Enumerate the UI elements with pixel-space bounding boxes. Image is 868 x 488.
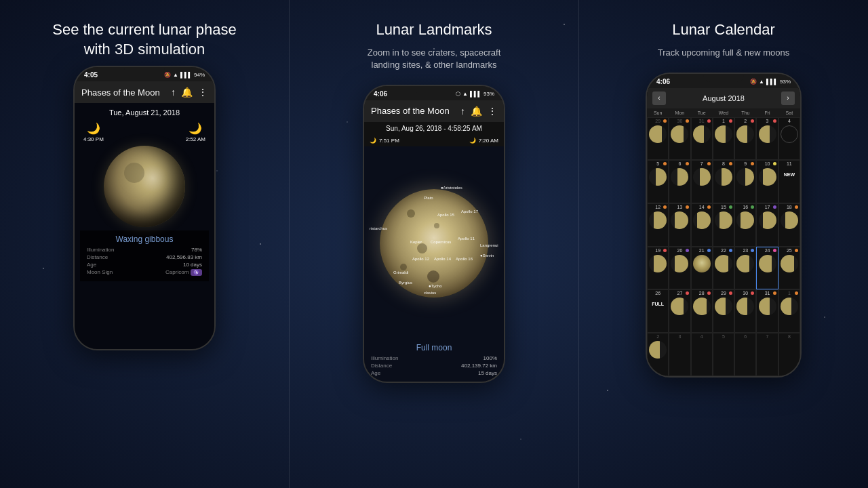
event-dot	[751, 205, 754, 209]
distance-row: Distance 402,596.83 km	[87, 254, 202, 260]
next-month-button[interactable]: ›	[781, 92, 795, 105]
calendar-cell[interactable]: 5	[647, 160, 669, 203]
phone-1: 4:05 🔕 ▲ ▌▌▌ 94% Phases of the Moon ↑ 🔔 …	[73, 66, 216, 350]
calendar-cell[interactable]: 6	[734, 333, 756, 376]
battery-1: 94%	[194, 72, 205, 78]
app-bar-2: Phases of the Moon ↑ 🔔 ⋮	[364, 100, 504, 122]
calendar-cell[interactable]: 11NEW	[778, 160, 800, 203]
rise-set-row-2: 🌙 7:51 PM 🌙 7:20 AM	[364, 135, 504, 146]
status-icons-1: 🔕 ▲ ▌▌▌ 94%	[164, 72, 205, 78]
moonset-icon-2: 🌙	[469, 138, 476, 144]
alarm-icon-2[interactable]: 🔔	[471, 106, 482, 117]
calendar-cell[interactable]: 28	[691, 289, 713, 333]
age-label-2: Age	[371, 370, 380, 376]
calendar-date-number: 7	[701, 161, 703, 166]
calendar-date-number: 25	[787, 248, 792, 253]
date-display-1: Tue, August 21, 2018	[109, 108, 180, 117]
calendar-cell[interactable]: 8	[713, 160, 734, 203]
calendar-date-number: 3	[766, 119, 769, 123]
calendar-cell[interactable]: 3	[669, 333, 690, 376]
moon-with-labels: ●Aristoteles Plato Apollo 15 Apollo 17 r…	[380, 189, 488, 298]
calendar-cell[interactable]: 7	[691, 160, 713, 203]
phone-notch-2	[414, 86, 454, 94]
calendar-cell[interactable]: 5	[713, 333, 734, 376]
calendar-cell[interactable]: 6	[669, 160, 690, 203]
calendar-cell[interactable]: 4	[691, 333, 713, 376]
moon-phase-indicator	[671, 168, 688, 186]
calendar-cell[interactable]: 14	[691, 203, 713, 247]
landmark-clavius: clavius	[424, 291, 436, 295]
calendar-cell[interactable]: 2	[647, 333, 669, 376]
prev-month-button[interactable]: ‹	[652, 92, 666, 105]
landmark-plato: Plato	[424, 196, 433, 200]
calendar-cell[interactable]: 18	[778, 203, 800, 247]
age-value-2: 15 days	[478, 370, 497, 376]
calendar-date-number: 30	[677, 119, 683, 123]
more-icon-2[interactable]: ⋮	[488, 106, 497, 117]
calendar-date-number: 10	[765, 161, 770, 166]
calendar-cell[interactable]: 27	[669, 289, 690, 333]
calendar-cell[interactable]: 29	[647, 117, 669, 161]
distance-label: Distance	[87, 254, 108, 260]
landmark-apollo16: Apollo 16	[456, 257, 473, 261]
day-tue: Tue	[691, 108, 713, 117]
moon-phase-indicator	[736, 125, 754, 143]
age-value: 10 days	[183, 262, 202, 268]
calendar-cell[interactable]: 26FULL	[647, 289, 669, 333]
illumination-label: Illumination	[87, 247, 114, 253]
column-1: See the current lunar phase with 3D simu…	[0, 0, 290, 488]
calendar-cell[interactable]: 1	[713, 117, 734, 161]
status-icons-2: ⬡ ▲ ▌▌▌ 93%	[456, 91, 494, 97]
calendar-date-number: 30	[743, 291, 748, 296]
calendar-cell[interactable]: 2	[734, 117, 756, 161]
moon-phase-indicator	[671, 298, 688, 315]
calendar-cell[interactable]: 22	[713, 247, 734, 290]
day-mon: Mon	[669, 108, 690, 117]
share-icon-2[interactable]: ↑	[460, 106, 465, 117]
calendar-cell[interactable]: 7	[756, 333, 778, 376]
moon-phase-indicator	[649, 168, 667, 186]
calendar-cell[interactable]: 25	[778, 247, 800, 290]
calendar-cell[interactable]: 16	[734, 203, 756, 247]
event-dot	[663, 119, 667, 123]
calendar-cell[interactable]: 15	[713, 203, 734, 247]
event-dot	[751, 162, 754, 165]
calendar-cell[interactable]: 1	[778, 289, 800, 333]
calendar-cell[interactable]: 4	[778, 117, 800, 161]
calendar-cell[interactable]: 12	[647, 203, 669, 247]
calendar-cell[interactable]: 23	[734, 247, 756, 290]
event-dot	[686, 162, 689, 165]
alarm-icon[interactable]: 🔔	[181, 87, 193, 98]
calendar-cell[interactable]: 31	[756, 289, 778, 333]
moon-phase-indicator	[736, 298, 754, 315]
bell-icon: 🔕	[164, 72, 171, 78]
calendar-cell[interactable]: 17	[756, 203, 778, 247]
event-dot	[773, 162, 776, 165]
calendar-cell[interactable]: 8	[778, 333, 800, 376]
calendar-cell[interactable]: 10	[756, 160, 778, 203]
more-icon[interactable]: ⋮	[198, 87, 208, 98]
calendar-cell[interactable]: 19	[647, 247, 669, 290]
moon-phase-indicator	[649, 255, 667, 272]
moon-phase-indicator	[649, 341, 667, 359]
share-icon[interactable]: ↑	[171, 87, 176, 98]
calendar-cell[interactable]: 21	[691, 247, 713, 290]
moon-phase-indicator	[649, 125, 667, 143]
calendar-cell[interactable]: 13	[669, 203, 690, 247]
moon-image-1	[104, 146, 185, 227]
calendar-cell[interactable]: 3	[756, 117, 778, 161]
calendar-date-number: 16	[743, 205, 748, 209]
calendar-cell[interactable]: 29	[713, 289, 734, 333]
time-2: 4:06	[374, 90, 387, 98]
calendar-cell[interactable]: 20	[669, 247, 690, 290]
calendar-cell[interactable]: 9	[734, 160, 756, 203]
calendar-date-number: 1	[722, 119, 725, 123]
calendar-cell[interactable]: 30	[669, 117, 690, 161]
capricorn-badge: ♑	[191, 269, 202, 276]
calendar-cell[interactable]: 30	[734, 289, 756, 333]
calendar-cell[interactable]: 24	[756, 247, 778, 290]
signal-icon: ▌▌▌	[180, 72, 192, 78]
calendar-cell[interactable]: 31	[691, 117, 713, 161]
day-wed: Wed	[713, 108, 734, 117]
calendar-date-number: 27	[677, 291, 683, 296]
